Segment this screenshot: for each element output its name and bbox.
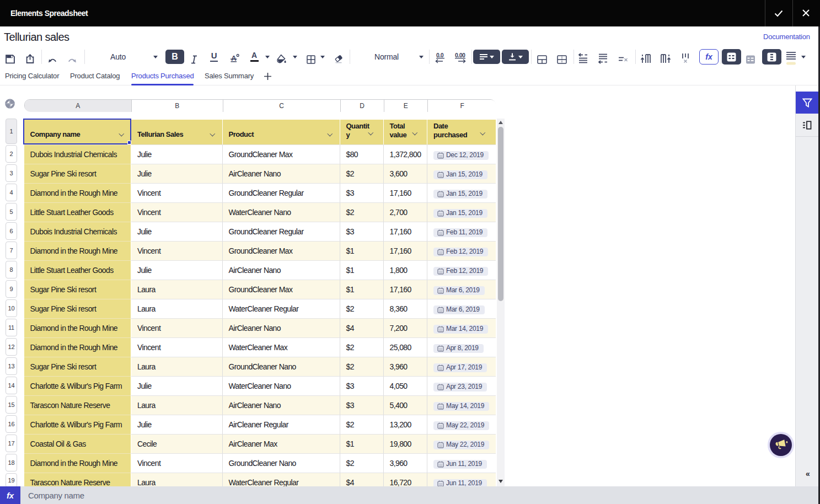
svg-text:0.0: 0.0 — [436, 52, 444, 58]
svg-text:0.00: 0.00 — [455, 52, 465, 58]
svg-text:A: A — [231, 54, 237, 62]
